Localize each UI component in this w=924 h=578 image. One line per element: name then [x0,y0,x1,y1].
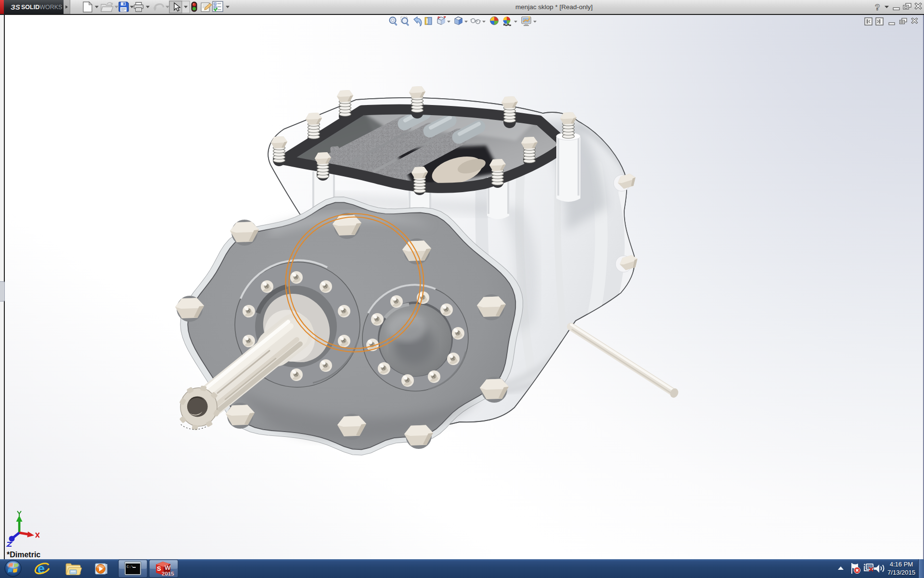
svg-text:SOLIDWORKS: SOLIDWORKS [21,4,62,11]
svg-text:2015: 2015 [162,571,174,577]
svg-text:C:\: C:\ [127,565,134,569]
svg-text:?: ? [875,3,880,12]
svg-text:ЗS: ЗS [11,3,20,11]
svg-text:W: W [165,564,171,571]
svg-text:S: S [157,565,161,572]
